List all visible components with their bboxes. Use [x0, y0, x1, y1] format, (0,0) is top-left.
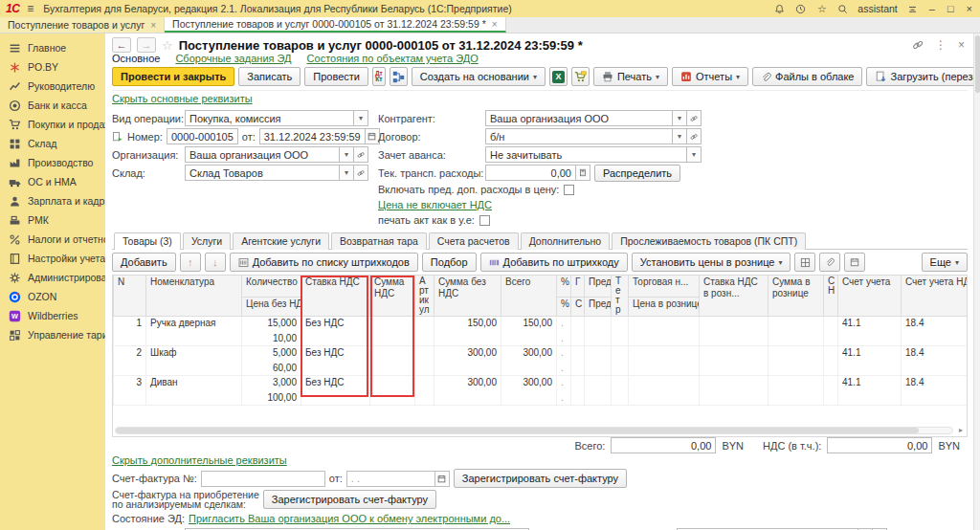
cell-sn[interactable]: [824, 376, 838, 406]
cell-vat-rate[interactable]: Без НДС: [301, 376, 370, 406]
cell-n[interactable]: 2: [114, 346, 146, 376]
col-n[interactable]: N: [114, 276, 146, 317]
sidebar-item-nalogi[interactable]: Налоги и отчетность: [6, 230, 105, 249]
reports-button[interactable]: Отчеты▾: [672, 67, 748, 86]
col-vat-account[interactable]: Счет учета НДС: [902, 276, 969, 317]
col-sn[interactable]: СН: [824, 276, 838, 317]
col-total[interactable]: Всего: [501, 276, 557, 317]
close-window-button[interactable]: ×: [965, 3, 974, 14]
cell-account[interactable]: 41.1: [838, 346, 902, 376]
calendar-icon[interactable]: [435, 471, 450, 487]
cell-pct[interactable]: ..: [557, 346, 571, 376]
cell-article[interactable]: [415, 317, 434, 346]
cell-te[interactable]: [612, 317, 629, 346]
sidebar-item-sklad[interactable]: Склад: [6, 134, 105, 153]
hamburger-menu-icon[interactable]: ≡: [27, 2, 33, 15]
notifications-bell-icon[interactable]: [773, 3, 786, 15]
col-quantity[interactable]: Количество: [242, 276, 301, 298]
cell-n[interactable]: 1: [114, 317, 146, 346]
search-icon[interactable]: [836, 3, 849, 15]
vat-total-field[interactable]: 0,00: [827, 437, 932, 453]
tab-close-icon[interactable]: ×: [150, 20, 156, 31]
cell-nomenclature[interactable]: Ручка дверная: [146, 317, 242, 346]
tab-settlement-accounts[interactable]: Счета расчетов: [429, 232, 519, 250]
distribute-button[interactable]: Распределить: [594, 165, 680, 182]
tab-agency-services[interactable]: Агентские услуги: [233, 232, 329, 250]
cell-pred[interactable]: [585, 376, 612, 406]
sidebar-item-nastroyki[interactable]: Настройки учета: [6, 249, 105, 268]
favorite-star-icon[interactable]: ☆: [162, 38, 173, 53]
open-link-icon[interactable]: [687, 128, 702, 144]
cell-g[interactable]: [571, 346, 585, 376]
get-link-icon[interactable]: [909, 39, 926, 51]
sidebar-item-pokupki-prodazhi[interactable]: Покупки и продажи: [6, 115, 105, 134]
col-nomenclature[interactable]: Номенклатура: [146, 276, 242, 317]
cell-te[interactable]: [612, 376, 629, 406]
cell-nomenclature[interactable]: Диван: [146, 376, 242, 406]
cell-vat-rate[interactable]: Без НДС: [301, 317, 370, 346]
col-g[interactable]: Г: [571, 276, 585, 298]
cell-vat-account[interactable]: 18.4: [902, 346, 969, 376]
nav-assembly-tasks[interactable]: Сборочные задания ЭД: [175, 53, 291, 64]
load-from-file-button[interactable]: Загрузить (перезаполнить) из файла: [866, 67, 980, 86]
sidebar-item-poby[interactable]: PO.BY: [6, 57, 105, 77]
cell-article[interactable]: [415, 376, 434, 406]
edo-invite-link[interactable]: Пригласить Ваша организация ООО к обмену…: [189, 513, 510, 524]
table-row[interactable]: 2 Шкаф 5,00060,00 Без НДС 300,00 300,00 …: [114, 346, 969, 376]
col-trade-markup[interactable]: Торговая н...: [629, 276, 700, 298]
sidebar-item-ozon[interactable]: OZON: [6, 287, 105, 306]
date-field[interactable]: 31.12.2024 23:59:59: [259, 128, 366, 144]
maximize-button[interactable]: □: [946, 3, 956, 14]
nav-main[interactable]: Основное: [112, 53, 160, 64]
contract-field[interactable]: б/н: [485, 128, 673, 144]
cell-g[interactable]: [571, 317, 585, 346]
price-includes-vat-link[interactable]: Цена не включает НДС: [378, 199, 492, 210]
cell-qty-price[interactable]: 5,00060,00: [242, 346, 301, 376]
add-row-button[interactable]: Добавить: [112, 253, 176, 272]
forward-button[interactable]: →: [137, 37, 156, 53]
open-link-icon[interactable]: [354, 146, 368, 163]
col-pred-2[interactable]: Пред...: [585, 298, 612, 317]
cell-sum-retail[interactable]: [768, 317, 824, 346]
cell-total[interactable]: 300,00: [501, 346, 557, 376]
cell-sum-no-vat[interactable]: 150,00: [434, 317, 501, 346]
nav-edo-states[interactable]: Состояния по объектам учета ЭДО: [307, 53, 479, 64]
cloud-files-button[interactable]: Файлы в облаке: [752, 67, 862, 86]
cell-trade[interactable]: [629, 346, 700, 376]
scrollbar-right-arrow-icon[interactable]: ▸: [959, 426, 963, 434]
total-field[interactable]: 0,00: [611, 437, 716, 453]
col-price-no-vat[interactable]: Цена без НДС: [242, 298, 301, 317]
operation-type-field[interactable]: Покупка, комиссия: [185, 110, 354, 126]
document-structure-button[interactable]: [390, 67, 408, 86]
tab-traceability[interactable]: Прослеживаемость товаров (ПК СПТ): [612, 232, 806, 250]
counterparty-field[interactable]: Ваша организация ООО: [485, 110, 673, 126]
cell-qty-price[interactable]: 15,00010,00: [242, 317, 301, 346]
cell-n[interactable]: 3: [114, 376, 146, 406]
cell-te[interactable]: [612, 346, 629, 376]
cell-vat-account[interactable]: 18.4: [902, 317, 969, 346]
dropdown-icon[interactable]: ▾: [354, 110, 368, 126]
number-field[interactable]: 0000-000105: [167, 128, 238, 144]
col-pct-1[interactable]: %: [557, 276, 571, 298]
back-button[interactable]: ←: [112, 37, 131, 53]
create-based-on-button[interactable]: Создать на основании▾: [412, 67, 546, 86]
sidebar-item-os-nma[interactable]: ОС и НМА: [6, 172, 105, 191]
cell-pred[interactable]: [585, 317, 612, 346]
tab-receipt-list[interactable]: Поступление товаров и услуг ×: [0, 17, 165, 33]
cell-account[interactable]: 41.1: [838, 376, 902, 406]
more-kebab-icon[interactable]: ⋮: [932, 38, 949, 52]
goods-receipt-button[interactable]: [571, 67, 590, 86]
history-clock-icon[interactable]: [794, 3, 807, 15]
move-down-button[interactable]: ↓: [205, 253, 226, 272]
col-sum-no-vat[interactable]: Сумма без НДС: [434, 276, 501, 317]
set-retail-prices-button[interactable]: Установить цены в рознице▾: [632, 253, 791, 272]
table-row[interactable]: 3 Диван 3,000100,00 Без НДС 300,00 300,0…: [114, 376, 969, 406]
sidebar-item-upravlenie-tarifom[interactable]: Управление тарифом: [6, 325, 105, 344]
sidebar-item-glavnoe[interactable]: Главное: [6, 38, 105, 57]
horizontal-scrollbar[interactable]: [115, 427, 953, 434]
cell-sum-no-vat[interactable]: 300,00: [434, 376, 501, 406]
window-vertical-scrollbar[interactable]: [973, 33, 980, 530]
cell-nomenclature[interactable]: Шкаф: [146, 346, 242, 376]
print-act-checkbox[interactable]: [479, 215, 490, 226]
warehouse-field[interactable]: Склад Товаров: [185, 165, 340, 181]
